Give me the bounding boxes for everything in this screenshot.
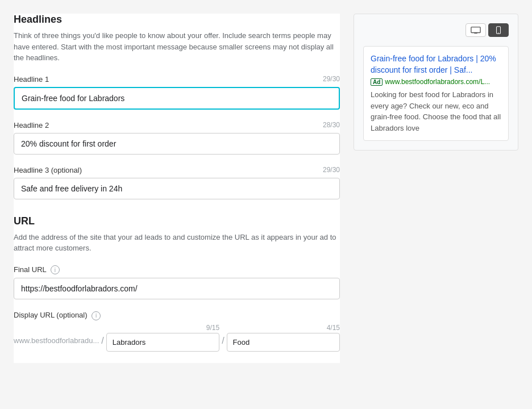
- headline3-label: Headline 3 (optional): [14, 166, 82, 174]
- slash-2: /: [222, 336, 224, 352]
- url-section: URL Add the address of the site that you…: [14, 211, 340, 352]
- display-url-info-icon[interactable]: i: [92, 311, 101, 320]
- display-url-group: Display URL (optional) i www.bestfoodfor…: [14, 311, 340, 352]
- mobile-device-btn[interactable]: [488, 23, 509, 37]
- headline1-group: Headline 1 29/30: [14, 75, 340, 110]
- ad-preview-url: www.bestfoodforlabradors.com/L...: [385, 78, 490, 86]
- display-url-path2-wrap: 4/15: [227, 324, 340, 352]
- headline1-label: Headline 1: [14, 75, 49, 84]
- ad-preview: Grain-free food for Labradors | 20% disc…: [363, 46, 509, 141]
- headline2-char-count: 28/30: [323, 121, 340, 129]
- ad-badge: Ad: [371, 78, 383, 86]
- preview-panel: Grain-free food for Labradors | 20% disc…: [354, 14, 518, 151]
- display-url-path1-input[interactable]: [106, 333, 219, 352]
- headline1-char-count: 29/30: [323, 75, 340, 83]
- headline3-char-count: 29/30: [323, 166, 340, 174]
- headlines-description: Think of three things you'd like people …: [14, 30, 340, 64]
- final-url-input[interactable]: [14, 278, 340, 299]
- display-url-path2-input[interactable]: [227, 333, 340, 352]
- headline2-group: Headline 2 28/30: [14, 121, 340, 155]
- headline2-label: Headline 2: [14, 121, 49, 130]
- final-url-label: Final URL i: [14, 265, 60, 275]
- headline1-input[interactable]: [14, 87, 340, 110]
- display-url-label: Display URL (optional) i: [14, 311, 101, 320]
- headline3-group: Headline 3 (optional) 29/30: [14, 166, 340, 199]
- headline3-input[interactable]: [14, 178, 340, 199]
- ad-preview-title[interactable]: Grain-free food for Labradors | 20% disc…: [371, 53, 501, 76]
- headlines-title: Headlines: [14, 14, 340, 26]
- url-title: URL: [14, 215, 340, 227]
- ad-url-row: Ad www.bestfoodforlabradors.com/L...: [371, 78, 501, 86]
- display-url-row: www.bestfoodforlabradu... / 9/15 / 4/15: [14, 324, 340, 352]
- final-url-group: Final URL i: [14, 265, 340, 300]
- mobile-icon: [493, 26, 504, 34]
- path1-char-count: 9/15: [106, 324, 219, 332]
- headline2-input[interactable]: [14, 133, 340, 155]
- ad-preview-description: Looking for best food for Labradors in e…: [371, 89, 501, 133]
- desktop-device-btn[interactable]: [466, 23, 486, 37]
- svg-point-4: [498, 32, 498, 33]
- final-url-info-icon[interactable]: i: [51, 265, 60, 274]
- device-selector: [363, 23, 509, 37]
- display-url-path1-wrap: 9/15: [106, 324, 219, 352]
- slash-1: /: [101, 336, 103, 352]
- display-url-base: www.bestfoodforlabradu...: [14, 336, 99, 352]
- url-description: Add the address of the site that your ad…: [14, 232, 340, 254]
- path2-char-count: 4/15: [227, 324, 340, 332]
- svg-rect-0: [471, 27, 480, 33]
- desktop-icon: [471, 26, 481, 34]
